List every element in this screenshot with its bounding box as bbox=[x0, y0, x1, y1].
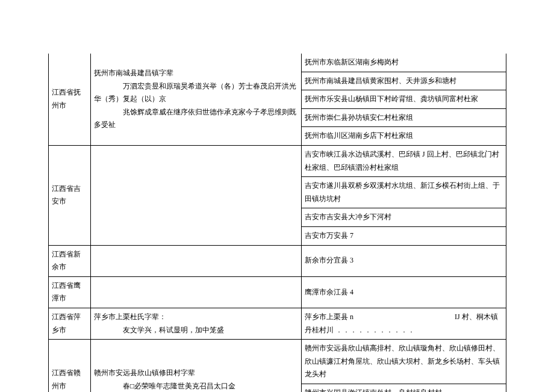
region-cell: 江西省吉安市 bbox=[49, 145, 91, 245]
location-cell: 吉安市遂川县双桥乡双溪村水坑组、新江乡横石村街上组、于田镇坊坑村 bbox=[302, 177, 506, 208]
location-cell: 抚州市临川区湖南乡店下村杜家组 bbox=[302, 127, 506, 146]
region-cell: 江西省抚州市 bbox=[49, 54, 91, 145]
region-cell: 江西省鹰潭市 bbox=[49, 276, 91, 308]
zibei-text: 抚州市南城县建昌镇字辈万泗宏贵昱和原瑞昊希道兴举（各）芳士春茂启开洪光华（秀）复… bbox=[94, 67, 298, 132]
middle-cell: 萍乡市上栗杜氏字辈：友文学兴，科试显明，加中笼盛 bbox=[91, 308, 302, 339]
genealogy-table-wrapper: 江西省抚州市 抚州市南城县建昌镇字辈万泗宏贵昱和原瑞昊希道兴举（各）芳士春茂启开… bbox=[48, 54, 506, 392]
table-row: 江西省鹰潭市 鹰潭市余江县 4 bbox=[49, 276, 506, 308]
location-cell: 赣州市兴国县潋江镇南外村、良村镇良村村 bbox=[302, 384, 506, 392]
location-cell: 抚州市南城县建昌镇黄家围村、天井源乡和塘村 bbox=[302, 72, 506, 90]
middle-cell bbox=[91, 245, 302, 276]
location-cell: 吉安市万安县 7 bbox=[302, 226, 506, 245]
location-cell: 萍乡市上栗县 n IJ 村、桐木镇丹桂村川 ．．．．．．．．．．． bbox=[302, 308, 506, 339]
location-cell: 新余市分宜县 3 bbox=[302, 245, 506, 276]
location-cell: 抚州市崇仁县孙坊镇安仁村杜家组 bbox=[302, 108, 506, 127]
table-row: 江西省吉安市 吉安市峡江县水边镇武溪村、巴邱镇 J 回上村、巴邱镇北门村杜家组、… bbox=[49, 145, 506, 176]
zibei-text: 赣州市安远县欣山镇修田村字辈春□必荣唯年志隆世美克召昌太口金 bbox=[94, 367, 298, 392]
location-cell: 鹰潭市余江县 4 bbox=[302, 276, 506, 308]
middle-cell bbox=[91, 145, 302, 245]
middle-cell: 赣州市安远县欣山镇修田村字辈春□必荣唯年志隆世美克召昌太口金 bbox=[91, 340, 302, 392]
region-cell: 江西省赣州市 bbox=[49, 340, 91, 392]
location-cell: 吉安市峡江县水边镇武溪村、巴邱镇 J 回上村、巴邱镇北门村杜家组、巴邱镇泗汾村杜… bbox=[302, 145, 506, 176]
location-cell: 抚州市乐安县山杨镇田下村岭背组、龚坊镇同富村杜家 bbox=[302, 90, 506, 109]
location-cell: 吉安市吉安县大冲乡下河村 bbox=[302, 208, 506, 227]
table-row: 江西省新余市 新余市分宜县 3 bbox=[49, 245, 506, 276]
zibei-text: 萍乡市上栗杜氏字辈：友文学兴，科试显明，加中笼盛 bbox=[94, 311, 298, 337]
location-cell: 抚州市东临新区湖南乡梅岗村 bbox=[302, 54, 506, 72]
region-cell: 江西省新余市 bbox=[49, 245, 91, 276]
table-row: 江西省赣州市 赣州市安远县欣山镇修田村字辈春□必荣唯年志隆世美克召昌太口金 赣州… bbox=[49, 340, 506, 384]
region-cell: 江西省萍乡市 bbox=[49, 308, 91, 339]
table-row: 江西省抚州市 抚州市南城县建昌镇字辈万泗宏贵昱和原瑞昊希道兴举（各）芳士春茂启开… bbox=[49, 54, 506, 72]
location-cell: 赣州市安远县欣山镇高排村、欣山镇璇角村、欣山镇修田村、欣山镇濂江村角屋坑、欣山镇… bbox=[302, 340, 506, 384]
middle-cell: 抚州市南城县建昌镇字辈万泗宏贵昱和原瑞昊希道兴举（各）芳士春茂启开洪光华（秀）复… bbox=[91, 54, 302, 145]
genealogy-table: 江西省抚州市 抚州市南城县建昌镇字辈万泗宏贵昱和原瑞昊希道兴举（各）芳士春茂启开… bbox=[48, 54, 506, 392]
middle-cell bbox=[91, 276, 302, 308]
